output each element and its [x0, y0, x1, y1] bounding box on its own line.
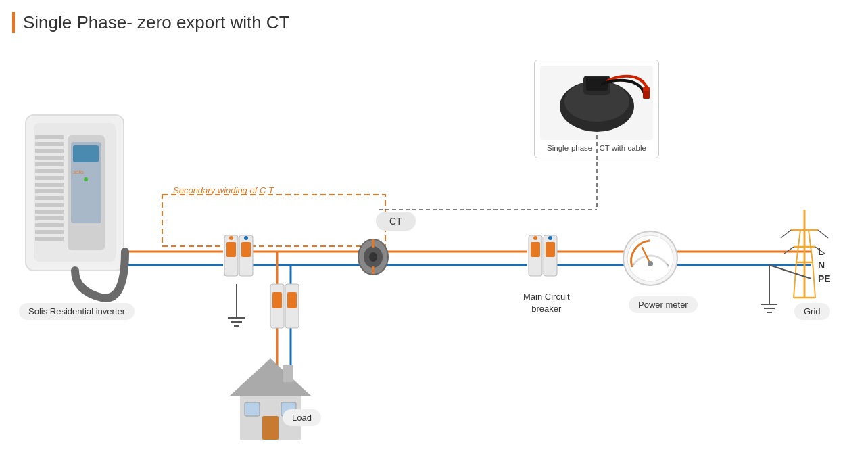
- secondary-winding-label: Secondary winding of C T: [173, 185, 274, 195]
- svg-text:L: L: [818, 246, 824, 257]
- svg-point-81: [648, 261, 653, 266]
- svg-rect-74: [531, 242, 540, 257]
- svg-marker-98: [230, 358, 311, 396]
- svg-rect-65: [272, 292, 282, 308]
- svg-rect-41: [35, 149, 64, 153]
- svg-line-92: [813, 262, 815, 298]
- svg-point-76: [533, 236, 537, 240]
- svg-point-69: [369, 252, 377, 262]
- svg-rect-53: [35, 230, 64, 234]
- svg-rect-54: [35, 237, 64, 241]
- svg-rect-51: [35, 216, 64, 220]
- svg-point-62: [244, 236, 248, 240]
- svg-rect-101: [245, 402, 260, 416]
- svg-rect-103: [283, 365, 293, 382]
- svg-rect-48: [35, 196, 64, 200]
- svg-rect-39: [35, 135, 64, 139]
- svg-text:PE: PE: [818, 273, 831, 284]
- svg-rect-45: [35, 176, 64, 180]
- svg-rect-60: [241, 242, 251, 257]
- svg-rect-66: [287, 292, 297, 308]
- svg-point-61: [229, 236, 233, 240]
- solis-inverter-label: Solis Residential inverter: [19, 303, 135, 320]
- svg-text:solis: solis: [73, 169, 84, 175]
- svg-rect-23: [162, 195, 385, 246]
- svg-rect-47: [35, 189, 64, 193]
- svg-text:N: N: [818, 260, 825, 271]
- svg-rect-40: [35, 142, 64, 146]
- svg-rect-38: [73, 145, 99, 162]
- svg-rect-43: [35, 162, 64, 166]
- svg-point-79: [627, 235, 673, 281]
- svg-rect-75: [546, 242, 555, 257]
- page-container: Single Phase- zero export with CT Sing: [0, 0, 868, 468]
- svg-rect-59: [226, 242, 236, 257]
- load-label: Load: [283, 409, 321, 426]
- svg-rect-44: [35, 169, 64, 173]
- svg-line-94: [781, 230, 791, 238]
- svg-line-91: [794, 262, 796, 298]
- svg-rect-100: [262, 416, 279, 440]
- svg-rect-42: [35, 156, 64, 160]
- main-circuit-breaker-label: Main Circuit breaker: [523, 291, 570, 315]
- power-meter-label: Power meter: [629, 296, 698, 313]
- svg-line-95: [818, 230, 828, 238]
- diagram-svg: solis: [0, 0, 868, 468]
- svg-rect-46: [35, 183, 64, 187]
- svg-point-56: [84, 177, 88, 181]
- svg-rect-50: [35, 210, 64, 214]
- svg-rect-52: [35, 223, 64, 227]
- svg-rect-49: [35, 203, 64, 207]
- svg-point-77: [548, 236, 552, 240]
- ct-label: CT: [376, 212, 416, 231]
- grid-label: Grid: [794, 303, 830, 320]
